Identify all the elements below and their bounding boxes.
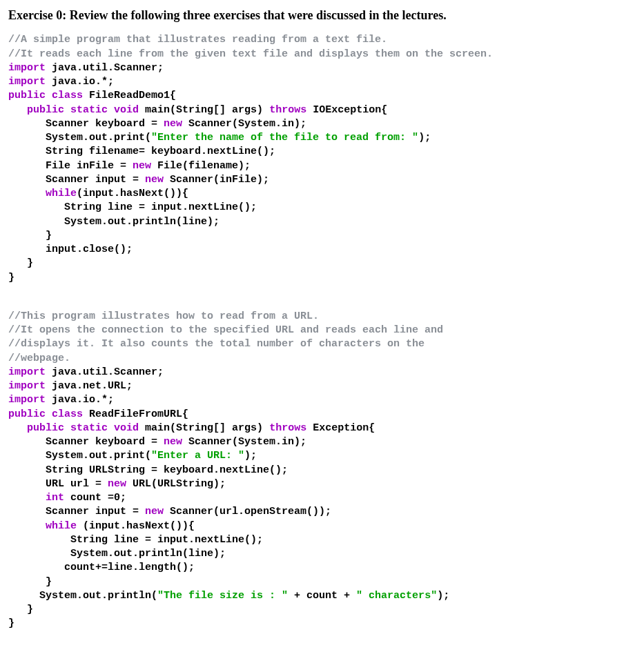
comment-line: //displays it. It also counts the total … <box>8 338 425 350</box>
code: new <box>108 478 126 490</box>
code: throws <box>269 104 306 116</box>
code: new <box>164 436 182 448</box>
code: System.out.println( <box>39 590 157 602</box>
code: Scanner input = <box>46 174 145 186</box>
code: " characters" <box>356 590 437 602</box>
code: static <box>70 422 108 434</box>
code: ); <box>437 590 449 602</box>
code: main(String[] args) <box>139 104 269 116</box>
code <box>8 464 46 476</box>
code <box>8 132 46 144</box>
code <box>8 534 70 546</box>
code: Scanner keyboard = <box>46 118 164 130</box>
code <box>8 520 46 532</box>
code: ReadFileFromURL{ <box>83 408 188 420</box>
code: String line = input.nextLine(); <box>64 201 257 213</box>
comment-line: //It reads each line from the given text… <box>8 48 493 60</box>
code: throws <box>269 422 306 434</box>
code-block-2: //This program illustrates how to read f… <box>8 310 616 631</box>
code: java.io.*; <box>46 76 114 88</box>
code: System.out.println(line); <box>70 548 226 560</box>
code <box>8 478 46 490</box>
code: } <box>8 617 14 629</box>
code: main(String[] args) <box>139 422 269 434</box>
code: ); <box>418 132 431 144</box>
code: File(filename); <box>151 160 251 172</box>
code: Scanner input = <box>46 506 145 517</box>
code: File inFile = <box>46 160 133 172</box>
code: URL url = <box>46 478 108 490</box>
exercise-heading: Exercise 0: Review the following three e… <box>8 7 616 23</box>
code <box>8 436 46 448</box>
code <box>8 562 64 573</box>
code: Exception{ <box>306 422 375 434</box>
code: } <box>46 576 52 588</box>
code: Scanner(url.openStream()); <box>164 506 331 517</box>
code: URL(URLString); <box>126 478 226 490</box>
code: static <box>70 104 108 116</box>
code <box>8 604 27 615</box>
code: count =0; <box>64 492 126 504</box>
code: } <box>27 257 33 269</box>
code: public <box>8 90 46 101</box>
code: new <box>164 118 182 130</box>
code <box>8 422 27 434</box>
comment-line: //A simple program that illustrates read… <box>8 34 387 46</box>
code: public <box>27 422 64 434</box>
comment-line: //webpage. <box>8 353 70 364</box>
code <box>8 590 39 602</box>
code: while <box>46 188 77 199</box>
code: (input.hasNext()){ <box>77 520 195 532</box>
code: new <box>133 160 151 172</box>
code: import <box>8 380 46 392</box>
code: public <box>27 104 64 116</box>
code: + count + <box>288 590 356 602</box>
code: new <box>145 506 164 517</box>
code: class <box>52 408 83 420</box>
code: import <box>8 62 46 74</box>
code: int <box>46 492 64 504</box>
code <box>8 244 46 255</box>
code: "Enter a URL: " <box>151 450 244 462</box>
code <box>8 118 46 130</box>
code: public <box>8 408 46 420</box>
code <box>8 104 27 116</box>
code: (input.hasNext()){ <box>77 188 188 199</box>
code: input.close(); <box>46 244 133 255</box>
code <box>8 450 46 462</box>
code: Scanner(System.in); <box>182 118 306 130</box>
code: } <box>27 604 33 615</box>
code: "The file size is : " <box>157 590 288 602</box>
code: ); <box>244 450 257 462</box>
code: System.out.print( <box>46 450 151 462</box>
code <box>8 506 46 517</box>
code: count+=line.length(); <box>64 562 195 573</box>
code: java.net.URL; <box>46 380 133 392</box>
code: "Enter the name of the file to read from… <box>151 132 418 144</box>
code <box>8 576 46 588</box>
code: import <box>8 394 46 406</box>
code: new <box>145 174 164 186</box>
code: String filename= keyboard.nextLine(); <box>46 146 275 157</box>
code: void <box>114 104 139 116</box>
code <box>8 230 46 241</box>
comment-line: //It opens the connection to the specifi… <box>8 324 443 336</box>
code: import <box>8 76 46 88</box>
code: java.util.Scanner; <box>46 62 164 74</box>
code: Scanner keyboard = <box>46 436 164 448</box>
code: java.io.*; <box>46 394 114 406</box>
code: Scanner(System.in); <box>182 436 306 448</box>
code: Scanner(inFile); <box>164 174 269 186</box>
code: String line = input.nextLine(); <box>70 534 263 546</box>
code: java.util.Scanner; <box>46 366 164 378</box>
code <box>8 257 27 269</box>
code: System.out.println(line); <box>64 216 220 228</box>
code <box>8 216 64 228</box>
code-block-1: //A simple program that illustrates read… <box>8 33 616 285</box>
code <box>8 548 70 560</box>
code: IOException{ <box>306 104 387 116</box>
code: } <box>46 230 52 241</box>
code: void <box>114 422 139 434</box>
code <box>8 188 46 199</box>
code <box>8 174 46 186</box>
